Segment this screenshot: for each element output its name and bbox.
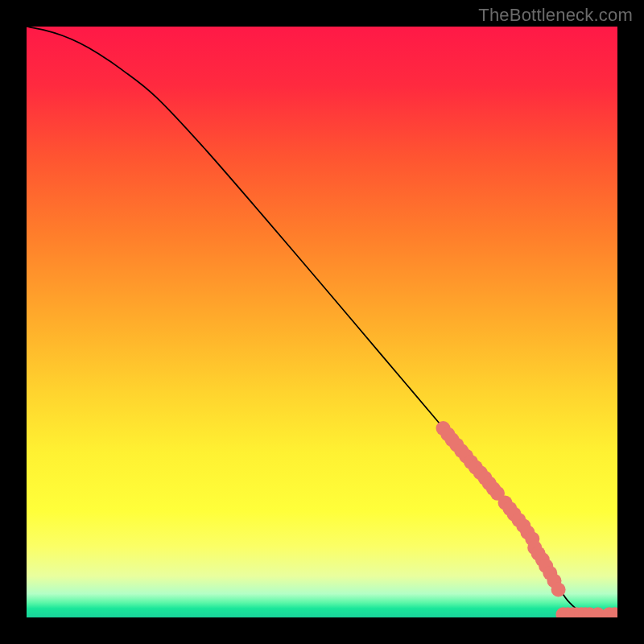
plot-area <box>27 27 617 617</box>
watermark-text: TheBottleneck.com <box>478 5 633 26</box>
marker-layer <box>27 27 617 617</box>
chart-root: TheBottleneck.com <box>0 0 644 644</box>
data-point <box>551 583 566 597</box>
